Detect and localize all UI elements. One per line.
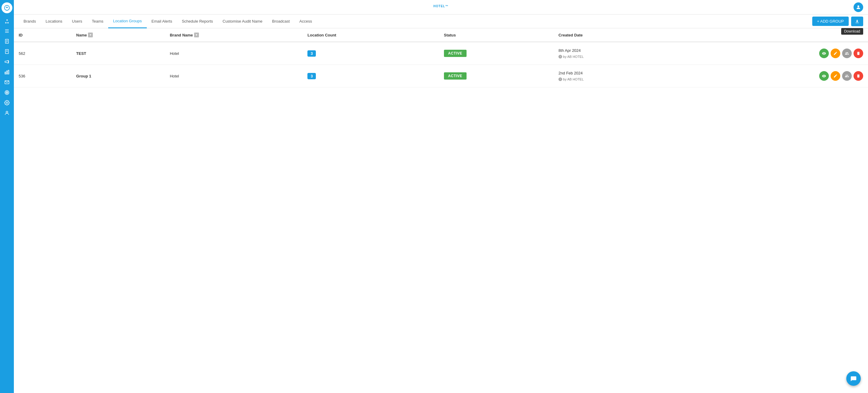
col-name-label: Name — [76, 33, 87, 37]
sidebar-item-user[interactable] — [0, 108, 14, 118]
sidebar-item-document[interactable] — [0, 36, 14, 47]
date-text: 8th Apr 2024 — [558, 48, 673, 54]
cell-status: ACTIVE — [439, 42, 554, 65]
col-created-date: Created Date — [554, 28, 677, 42]
sidebar-item-settings[interactable] — [0, 98, 14, 108]
created-by-text: by AB HOTEL — [563, 54, 584, 59]
location-groups-table: ID Name ▼ Brand Name ▼ Location Count — [14, 28, 868, 87]
status-badge: ACTIVE — [444, 72, 467, 80]
svg-point-16 — [5, 90, 9, 95]
main-content: HOTEL™ Brands Locations Users Teams Loca… — [14, 0, 868, 393]
svg-point-19 — [6, 102, 8, 104]
col-id: ID — [14, 28, 71, 42]
tab-email-alerts[interactable]: Email Alerts — [147, 15, 177, 28]
delete-button[interactable] — [854, 71, 863, 81]
svg-rect-22 — [856, 23, 859, 23]
tab-users[interactable]: Users — [67, 15, 87, 28]
info-icon: i — [558, 78, 562, 81]
user-avatar[interactable] — [854, 2, 863, 12]
download-button[interactable] — [851, 17, 863, 26]
svg-point-20 — [6, 111, 8, 113]
tab-customise-audit[interactable]: Customise Audit Name — [218, 15, 267, 28]
sidebar-item-list[interactable] — [0, 26, 14, 36]
svg-point-21 — [858, 5, 859, 7]
date-text: 2nd Feb 2024 — [558, 70, 673, 76]
name-sort-icon[interactable]: ▼ — [88, 33, 93, 37]
logo-text: HOTEL — [433, 4, 445, 8]
cell-actions — [677, 42, 868, 65]
tab-location-groups[interactable]: Location Groups — [108, 14, 147, 28]
col-brand-name: Brand Name ▼ — [165, 28, 303, 42]
download-tooltip: Download — [841, 28, 863, 35]
col-location-count: Location Count — [303, 28, 439, 42]
sidebar-item-inbox[interactable] — [0, 77, 14, 87]
sidebar-logo[interactable] — [1, 2, 12, 13]
edit-button[interactable] — [831, 49, 840, 58]
users-button[interactable] — [842, 71, 852, 81]
nav-tabs: Brands Locations Users Teams Location Gr… — [14, 14, 868, 28]
cell-location-count: 3 — [303, 65, 439, 87]
sidebar-item-megaphone[interactable] — [0, 57, 14, 67]
tab-broadcast[interactable]: Broadcast — [267, 15, 295, 28]
table-row: 536 Group 1 Hotel 3 ACTIVE 2nd Feb 2024 … — [14, 65, 868, 87]
users-button[interactable] — [842, 49, 852, 58]
tab-access[interactable]: Access — [294, 15, 317, 28]
svg-point-17 — [6, 91, 8, 94]
table-row: 562 TEST Hotel 3 ACTIVE 8th Apr 2024 i b… — [14, 42, 868, 65]
chat-button[interactable] — [846, 371, 861, 386]
sidebar-item-grid[interactable] — [0, 17, 14, 26]
cell-id: 536 — [14, 65, 71, 87]
col-name: Name ▼ — [71, 28, 165, 42]
app-logo: HOTEL™ — [433, 4, 448, 10]
tab-schedule-reports[interactable]: Schedule Reports — [177, 15, 218, 28]
col-status: Status — [439, 28, 554, 42]
tab-locations[interactable]: Locations — [41, 15, 67, 28]
sidebar — [0, 0, 14, 393]
cell-status: ACTIVE — [439, 65, 554, 87]
sidebar-item-target[interactable] — [0, 87, 14, 98]
edit-button[interactable] — [831, 71, 840, 81]
svg-rect-14 — [8, 70, 9, 74]
sidebar-item-document2[interactable] — [0, 47, 14, 57]
svg-rect-12 — [5, 72, 6, 74]
status-badge: ACTIVE — [444, 50, 467, 57]
svg-point-1 — [6, 7, 7, 8]
cell-name: TEST — [71, 42, 165, 65]
nav-actions: + ADD GROUP Download — [812, 17, 863, 26]
view-button[interactable] — [819, 71, 829, 81]
view-button[interactable] — [819, 49, 829, 58]
cell-created-date: 8th Apr 2024 i by AB HOTEL — [554, 42, 677, 65]
topbar: HOTEL™ — [14, 0, 868, 14]
logo-superscript: ™ — [445, 4, 448, 8]
cell-brand: Hotel — [165, 65, 303, 87]
location-count-badge: 3 — [307, 50, 316, 57]
sidebar-item-chart[interactable] — [0, 67, 14, 77]
svg-point-18 — [7, 92, 7, 93]
svg-rect-13 — [7, 71, 7, 74]
delete-button[interactable] — [854, 49, 863, 58]
cell-name: Group 1 — [71, 65, 165, 87]
cell-brand: Hotel — [165, 42, 303, 65]
cell-actions — [677, 65, 868, 87]
tab-brands[interactable]: Brands — [19, 15, 41, 28]
tab-teams[interactable]: Teams — [87, 15, 108, 28]
col-actions — [677, 28, 868, 42]
cell-location-count: 3 — [303, 42, 439, 65]
table-header-row: ID Name ▼ Brand Name ▼ Location Count — [14, 28, 868, 42]
col-brand-label: Brand Name — [170, 33, 193, 37]
add-group-button[interactable]: + ADD GROUP — [812, 17, 849, 26]
brand-sort-icon[interactable]: ▼ — [194, 33, 199, 37]
location-count-badge: 3 — [307, 73, 316, 79]
table-container: ID Name ▼ Brand Name ▼ Location Count — [14, 28, 868, 393]
cell-created-date: 2nd Feb 2024 i by AB HOTEL — [554, 65, 677, 87]
info-icon: i — [558, 55, 562, 58]
created-by-text: by AB HOTEL — [563, 77, 584, 82]
cell-id: 562 — [14, 42, 71, 65]
